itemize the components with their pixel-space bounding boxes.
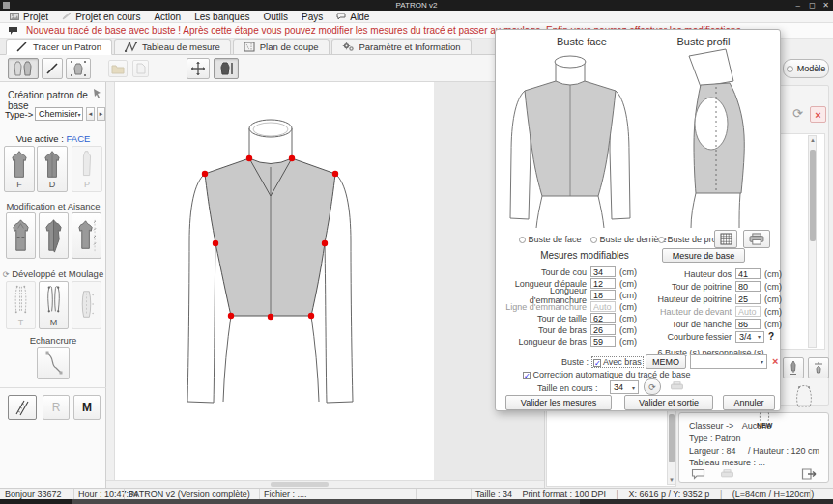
correction-checkbox[interactable]: ✓ Correction automatique du tracé de bas… [523,370,691,379]
courbure-select[interactable]: 3/4▾ [735,331,764,343]
tour-de-bras-input[interactable] [590,324,616,335]
buste-tool-1-button[interactable] [783,357,804,378]
type-select[interactable]: Chemisier ▾ [35,107,83,121]
horizontal-scroll-thumb[interactable] [271,482,329,487]
memo-delete-icon[interactable]: × [772,355,778,367]
status-bar: Bonjour 33672 Hour : 10:47:34 PATRON v2 … [0,488,833,499]
drawing-page[interactable] [115,82,434,480]
model-list-scrollbar[interactable]: ▲ [808,135,817,348]
hauteur-de-devant-input [735,306,761,317]
modele-radio-button[interactable]: Modèle [783,59,829,78]
menu-action[interactable]: Action [154,12,181,22]
buste-tool-2-button[interactable] [808,357,829,378]
scroll-up-icon[interactable]: ▲ [810,137,816,143]
mesure-base-button[interactable]: Mesure de base [662,248,745,263]
vest-arrows-icon [75,217,98,254]
folder-button[interactable] [108,60,128,77]
mannequin-select-button[interactable] [66,58,91,79]
export-icon[interactable] [801,467,819,481]
dialog-grid-button[interactable] [714,230,737,248]
view-back-button[interactable]: D [37,146,68,192]
measure-row: Hauteur dos(cm) [648,268,782,279]
refresh-icon: ⟳ [648,382,656,392]
developpe-t-button[interactable]: T [6,281,36,329]
view-front-button[interactable]: F [4,146,35,192]
modification-button-1[interactable] [6,212,36,259]
view-profile-button[interactable]: P [72,146,102,192]
tab-tracer-un-patron[interactable]: Tracer un Patron [6,39,112,55]
minimize-icon[interactable]: – [796,0,800,11]
vest-front-icon [9,149,30,180]
close-icon[interactable]: ✕ [822,0,829,11]
avec-bras-checkbox[interactable]: ✓ Avec bras [592,357,643,367]
echancrure-button[interactable] [37,347,70,379]
canvas-vertical-scrollbar[interactable] [106,82,115,480]
status-bonjour: Bonjour 33672 [5,490,62,499]
document-info-panel: Classeur -> Aucune Type : Patron Largeur… [678,412,829,483]
document-button[interactable] [132,60,149,77]
dialog-print-button[interactable] [743,230,770,248]
tour-de-cou-input[interactable] [590,266,616,277]
model-delete-button[interactable]: × [810,106,826,123]
developpe-m-button[interactable]: M [39,281,69,329]
longueur-epaule-input[interactable] [590,278,616,289]
measure-tool-button[interactable] [8,395,37,420]
tab-tableau-de-mesure[interactable]: Tableau de mesure [114,39,231,54]
mannequin-view-button[interactable] [214,58,239,79]
developpe-3-button[interactable] [72,281,101,329]
measure-row: Hauteur de poitrine(cm) [648,294,782,304]
radio-icon [590,237,597,243]
valider-sortie-button[interactable]: Valider et sortie [624,395,713,410]
menu-projet-en-cours[interactable]: Projet en cours [62,12,140,22]
scroll-down-icon[interactable]: ▼ [669,477,675,483]
print-preview-icon[interactable] [720,469,734,480]
tour-de-hanche-input[interactable] [735,319,761,329]
r-mode-button[interactable]: R [43,395,70,420]
menu-projet[interactable]: Projet [10,12,48,22]
maximize-icon[interactable]: ◻ [809,0,816,11]
menu-les-banques[interactable]: Les banques [194,12,249,22]
annuler-button[interactable]: Annuler [723,395,775,410]
modification-button-2[interactable] [39,212,69,259]
type-prev-button[interactable]: ◄ [86,107,95,121]
chevron-down-icon: ▾ [758,333,761,340]
mannequin-pair-button[interactable] [8,58,39,79]
menu-outils[interactable]: Outils [263,12,288,22]
tour-de-poitrine-input[interactable] [735,281,761,292]
longueur-de-bras-input[interactable] [590,336,616,347]
hauteur-de-poitrine-input[interactable] [735,294,761,304]
window-title: PATRON v2 [0,1,833,10]
taille-refresh-button[interactable]: ⟳ [644,378,661,395]
tab-plan-de-coupe[interactable]: Plan de coupe [233,39,330,54]
model-scroll-thumb[interactable] [810,150,816,241]
move-button[interactable] [187,58,210,79]
title-bar: PATRON v2 – ◻ ✕ [0,0,833,11]
ligne-emmanchure-input [590,301,616,312]
modification-button-3[interactable] [72,212,101,259]
buste-profil-illustration [643,46,778,230]
hauteur-dos-input[interactable] [735,268,761,279]
vest-back-icon [42,149,63,180]
type-next-button[interactable]: ► [97,107,105,121]
memo-button[interactable]: MEMO [646,354,686,369]
help-icon[interactable]: ? [768,331,774,342]
scroll-thumb[interactable] [669,414,675,462]
menu-pays[interactable]: Pays [302,12,323,22]
tour-de-taille-input[interactable] [590,313,616,323]
chat-icon[interactable] [691,468,705,480]
tab-parametre-et-information[interactable]: Paramètre et Information [331,39,472,54]
grid-icon [720,233,732,245]
refresh-icon[interactable]: ⟳ [3,270,10,279]
radio-buste-face[interactable]: Buste de face [519,235,582,244]
m-mode-button[interactable]: M [73,395,101,420]
taille-select[interactable]: 34▾ [610,380,639,394]
valider-mesures-button[interactable]: Valider les mesures [505,395,612,410]
line-tool-button[interactable] [42,58,63,79]
cut-plan-icon [244,42,255,52]
radio-buste-derriere[interactable]: Buste de derrière [590,235,667,244]
memo-select[interactable]: ▾ [690,354,767,369]
status-fichier: Fichier : .... [264,490,307,499]
model-refresh-icon[interactable]: ⟳ [792,106,803,121]
longueur-emmanchure-input[interactable] [590,290,616,300]
menu-aide[interactable]: Aide [336,12,369,22]
